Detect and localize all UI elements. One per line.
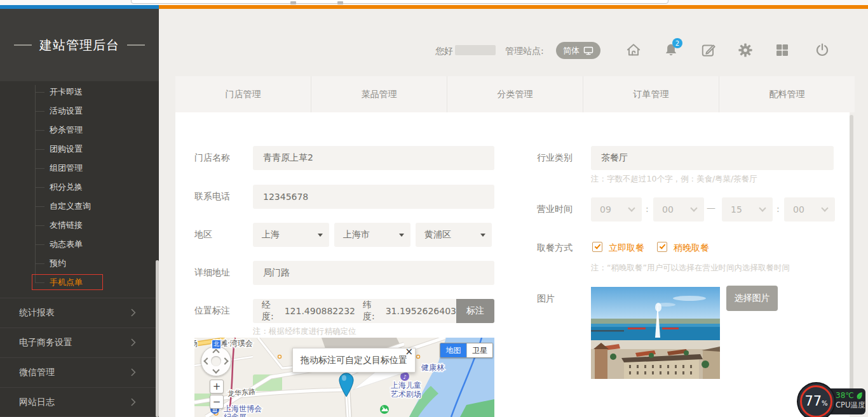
- sidebar-item-activity-settings[interactable]: 活动设置: [0, 102, 159, 121]
- cpu-usage-gauge[interactable]: 77 %: [798, 383, 834, 417]
- tab-order-management[interactable]: 订单管理: [583, 76, 719, 112]
- map-canvas[interactable]: ♪ 场 外滩·湾璞会 龙华东路 上海世博会 纪念展 上海儿童 艺术剧场 健康林 …: [194, 338, 494, 417]
- close-minute-select[interactable]: 00: [784, 197, 835, 222]
- pickup-now-label[interactable]: 立即取餐: [609, 242, 644, 254]
- svg-text:上海儿童: 上海儿童: [391, 381, 421, 390]
- dropdown-arrow-icon: [318, 234, 323, 237]
- apps-grid-icon[interactable]: [775, 43, 791, 59]
- address-input[interactable]: 局门路: [253, 261, 494, 285]
- open-hour-select[interactable]: 09: [591, 197, 642, 222]
- chevron-right-icon: [128, 398, 136, 406]
- browser-mini-icon: [337, 1, 343, 4]
- chevron-down-icon: [690, 204, 697, 211]
- main-area: 您好 管理站点: 简体 2 门店管理 菜品管理 分类管理 订单管理 配料管理 门…: [159, 9, 868, 417]
- tab-dish-management[interactable]: 菜品管理: [311, 76, 447, 112]
- language-pill-button[interactable]: 简体: [556, 42, 600, 59]
- sidebar-section-ecommerce[interactable]: 电子商务设置: [0, 328, 159, 357]
- home-icon[interactable]: [625, 42, 642, 58]
- choose-image-button[interactable]: 选择图片: [726, 286, 778, 311]
- tooltip-close-icon[interactable]: ×: [405, 347, 413, 357]
- longitude-value: 121.490882232: [285, 306, 355, 316]
- map-view-button[interactable]: 地图: [440, 343, 466, 357]
- hours-colon: :: [646, 204, 649, 214]
- pan-left-icon[interactable]: [203, 357, 210, 364]
- svg-text:纪念展: 纪念展: [224, 413, 247, 417]
- tab-category-management[interactable]: 分类管理: [447, 76, 583, 112]
- svg-text:健康林: 健康林: [421, 363, 445, 372]
- mark-location-button[interactable]: 标注: [456, 299, 494, 323]
- store-name-input[interactable]: 青青原上草2: [253, 146, 494, 170]
- zoom-in-button[interactable]: +: [210, 380, 224, 394]
- province-select[interactable]: 上海: [253, 223, 329, 247]
- svg-text:艺术剧场: 艺术剧场: [391, 390, 421, 399]
- sidebar-item-team-manage[interactable]: 组团管理: [0, 159, 159, 178]
- sidebar-item-group-buy[interactable]: 团购设置: [0, 140, 159, 159]
- gauge-ring: [800, 385, 832, 417]
- hours-dash: —: [707, 202, 715, 213]
- map-pin-icon[interactable]: [338, 373, 355, 400]
- pan-down-icon[interactable]: [212, 366, 219, 373]
- city-select[interactable]: 上海市: [334, 223, 410, 247]
- satellite-view-button[interactable]: 卫星: [466, 343, 492, 357]
- sidebar-section-statistics[interactable]: 统计报表: [0, 298, 159, 328]
- content-scrollbar[interactable]: [850, 115, 853, 414]
- phone-input[interactable]: 12345678: [253, 185, 494, 209]
- industry-label: 行业类别: [537, 152, 573, 164]
- open-minute-select[interactable]: 00: [653, 197, 704, 222]
- sidebar-item-points-exchange[interactable]: 积分兑换: [0, 178, 159, 197]
- north-indicator: 北: [212, 340, 221, 349]
- sidebar-item-reservation[interactable]: 预约: [0, 254, 159, 273]
- svg-text:上海世博会: 上海世博会: [224, 404, 262, 413]
- chevron-right-icon: [128, 368, 136, 376]
- gear-icon[interactable]: [737, 42, 754, 58]
- sidebar-item-card-gift[interactable]: 开卡即送: [0, 83, 159, 102]
- svg-text:场: 场: [194, 339, 198, 348]
- sidebar-item-custom-query[interactable]: 自定义查询: [0, 197, 159, 216]
- close-hour-select[interactable]: 15: [722, 197, 773, 222]
- map-pan-control[interactable]: [201, 346, 231, 376]
- industry-note: 注：字数不超过10个字，例：美食/粤菜/茶餐厅: [591, 174, 757, 185]
- sidebar-item-friend-links[interactable]: 友情链接: [0, 216, 159, 235]
- longitude-label: 经度:: [262, 300, 280, 322]
- location-input[interactable]: 经度: 121.490882232 纬度: 31.1952626403: [253, 299, 456, 323]
- browser-edge-strip: [0, 0, 868, 5]
- sidebar-sections: 统计报表 电子商务设置 微信管理 网站日志: [0, 298, 159, 417]
- sidebar-title-text: 建站管理后台: [39, 37, 119, 54]
- sidebar-item-dynamic-forms[interactable]: 动态表单: [0, 235, 159, 254]
- zoom-out-button[interactable]: −: [210, 395, 224, 409]
- chevron-down-icon: [821, 204, 828, 211]
- title-line-right: [127, 44, 145, 46]
- selected-item-outline: [32, 274, 103, 290]
- tabbar: 门店管理 菜品管理 分类管理 订单管理 配料管理: [175, 76, 855, 112]
- pan-right-icon[interactable]: [221, 357, 228, 364]
- industry-input[interactable]: 茶餐厅: [591, 146, 834, 170]
- sidebar-item-flash-sale[interactable]: 秒杀管理: [0, 121, 159, 140]
- power-icon[interactable]: [814, 42, 831, 58]
- browser-mini-icon: [290, 1, 296, 4]
- pickup-now-checkbox[interactable]: [592, 242, 602, 252]
- sidebar-section-wechat[interactable]: 微信管理: [0, 357, 159, 387]
- cpu-temp-label: CPU温度: [836, 400, 865, 410]
- tab-store-management[interactable]: 门店管理: [175, 76, 311, 112]
- pan-up-icon[interactable]: [212, 348, 219, 355]
- tab-ingredient-management[interactable]: 配料管理: [719, 76, 855, 112]
- pickup-later-label[interactable]: 稍晚取餐: [674, 242, 709, 254]
- pickup-later-checkbox[interactable]: [657, 242, 667, 252]
- store-name-label: 门店名称: [194, 152, 230, 164]
- chevron-down-icon: [759, 204, 766, 211]
- chevron-right-icon: [128, 308, 136, 317]
- sidebar-item-mobile-ordering[interactable]: 手机点单: [0, 273, 159, 292]
- hours-colon: :: [776, 204, 780, 214]
- sidebar-section-site-logs[interactable]: 网站日志: [0, 387, 159, 417]
- edit-icon[interactable]: [700, 42, 717, 58]
- greeting-text: 您好: [435, 46, 453, 57]
- district-select[interactable]: 黄浦区: [416, 223, 492, 247]
- address-label: 详细地址: [194, 267, 230, 279]
- image-label: 图片: [537, 293, 555, 305]
- location-note: 注：根据经纬度进行精确定位: [253, 326, 356, 337]
- form-panel: 门店名称 青青原上草2 联系电话 12345678 地区 上海 上海市 黄浦区 …: [175, 112, 850, 417]
- dropdown-arrow-icon: [399, 234, 404, 237]
- manage-site-label: 管理站点:: [505, 46, 544, 57]
- hours-label: 营业时间: [537, 204, 573, 215]
- check-icon: [659, 242, 665, 249]
